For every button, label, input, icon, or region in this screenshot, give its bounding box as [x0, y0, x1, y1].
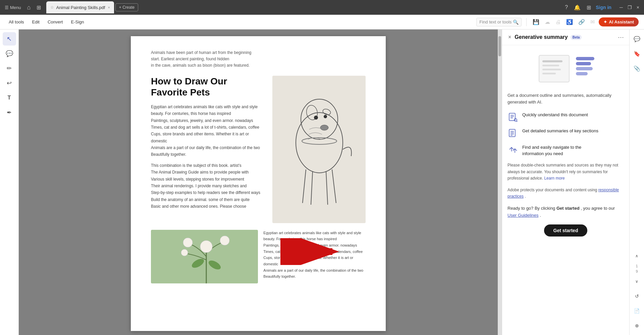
- svg-point-36: [514, 119, 517, 121]
- svg-rect-30: [576, 67, 593, 70]
- scroll-down-button[interactable]: ∨: [630, 275, 644, 288]
- bookmarks-panel-button[interactable]: 🔖: [630, 47, 644, 60]
- convert-button[interactable]: Convert: [44, 18, 66, 26]
- adobe-notice-end: .: [525, 194, 526, 199]
- ready-period: .: [540, 213, 541, 218]
- sign-in-button[interactable]: Sign in: [596, 5, 611, 10]
- pdf-page: Animals have been part of human art from…: [131, 36, 386, 331]
- adobe-notice-text: Adobe protects your documents and conten…: [507, 188, 597, 192]
- left-sidebar: ↖ 💬 ✏ ↩ T ✒: [0, 29, 19, 335]
- edit-label: Edit: [32, 19, 40, 24]
- all-tools-button[interactable]: All tools: [5, 18, 28, 26]
- svg-rect-26: [542, 69, 561, 70]
- more-icon: ⋯: [618, 34, 624, 41]
- svg-point-17: [220, 236, 229, 245]
- ai-assistant-label: AI Assistant: [609, 19, 634, 24]
- upload-button[interactable]: ☁: [543, 17, 551, 26]
- get-started-button[interactable]: Get started: [544, 224, 588, 237]
- summaries-icon: [507, 128, 518, 139]
- main-layout: ↖ 💬 ✏ ↩ T ✒ Animals have been part of hu…: [0, 29, 644, 335]
- create-button[interactable]: + Create: [115, 3, 138, 11]
- panel-description: Get a document outline and summaries, au…: [507, 92, 624, 105]
- pdf-scroll-thumb[interactable]: [498, 36, 501, 56]
- ai-illustration: [507, 52, 624, 85]
- attachments-panel-button[interactable]: 📎: [630, 62, 644, 75]
- panel-close-button[interactable]: ×: [507, 34, 512, 41]
- minimize-button[interactable]: ─: [618, 4, 625, 11]
- svg-point-16: [183, 238, 193, 247]
- accessibility-button[interactable]: ♿: [565, 17, 574, 26]
- feature-navigate: Find and easily navigate to theinformati…: [507, 144, 624, 157]
- create-label: + Create: [119, 5, 135, 10]
- select-tool-button[interactable]: ↖: [3, 32, 16, 46]
- pdf-heading: How to Draw Our Favorite Pets: [151, 76, 266, 98]
- search-area[interactable]: Find text or tools 🔍: [476, 18, 522, 26]
- export-button[interactable]: 📄: [630, 304, 644, 318]
- all-tools-label: All tools: [9, 19, 24, 24]
- toolbar-right: Find text or tools 🔍 💾 ☁ 🖨 ♿ 🔗 ✉ ✦ AI As…: [476, 17, 639, 26]
- tab-close-button[interactable]: ×: [108, 5, 110, 9]
- ready-text: Ready to go? By clicking Get started , y…: [507, 205, 624, 219]
- svg-rect-24: [542, 60, 562, 62]
- close-icon: ×: [508, 34, 511, 40]
- pdf-scroll-track[interactable]: [498, 29, 502, 335]
- zoom-in-button[interactable]: ⊕: [630, 319, 644, 332]
- panel-content[interactable]: Get a document outline and summaries, au…: [502, 45, 629, 335]
- notifications-button[interactable]: 🔔: [573, 3, 582, 12]
- print-button[interactable]: 🖨: [554, 18, 562, 26]
- pdf-tab[interactable]: ☆ Animal Painting Skills.pdf ×: [46, 1, 114, 13]
- stamp-tool-button[interactable]: ✒: [3, 106, 16, 119]
- save-button[interactable]: 💾: [531, 17, 541, 26]
- right-panel: × Generative summary Beta ⋯: [502, 29, 629, 335]
- toolbar-separator: [526, 18, 527, 26]
- pdf-body-1: Egyptian art celebrates animals like cat…: [151, 104, 266, 158]
- menu-button[interactable]: ☰ Menu: [3, 4, 23, 11]
- svg-point-6: [314, 116, 318, 120]
- svg-line-37: [517, 121, 517, 122]
- scroll-up-button[interactable]: ∧: [630, 249, 644, 263]
- svg-point-7: [324, 115, 327, 118]
- share-button[interactable]: ✉: [589, 17, 596, 26]
- tab-star-icon: ☆: [50, 5, 54, 10]
- user-guidelines-link[interactable]: User Guidelines: [507, 213, 539, 218]
- help-icon: ?: [565, 4, 568, 10]
- dashboard-button[interactable]: ⊞: [35, 3, 43, 12]
- svg-rect-27: [542, 73, 556, 74]
- disclaimer-text: Please double-check summaries and source…: [507, 162, 624, 182]
- convert-label: Convert: [48, 19, 63, 24]
- top-bar-left: ☰ Menu ⌂ ⊞ ☆ Animal Painting Skills.pdf …: [3, 1, 138, 13]
- adobe-notice: Adobe protects your documents and conten…: [507, 187, 624, 200]
- edit-button[interactable]: Edit: [29, 18, 43, 26]
- text-tool-button[interactable]: T: [3, 91, 16, 105]
- close-window-button[interactable]: ×: [635, 4, 641, 11]
- pdf-area[interactable]: Animals have been part of human art from…: [19, 29, 498, 335]
- ready-prefix: Ready to go? By clicking: [507, 206, 556, 211]
- draw-tool-button[interactable]: ↩: [3, 76, 16, 90]
- highlight-icon: ✏: [7, 65, 12, 72]
- esign-button[interactable]: E-Sign: [67, 18, 87, 26]
- svg-point-15: [200, 241, 212, 253]
- beta-badge: Beta: [571, 35, 582, 40]
- highlight-tool-button[interactable]: ✏: [3, 62, 16, 75]
- undo-button[interactable]: ↺: [630, 289, 644, 303]
- ai-assistant-button[interactable]: ✦ AI Assistant: [599, 17, 639, 26]
- help-button[interactable]: ?: [564, 3, 569, 12]
- apps-button[interactable]: ⊞: [585, 3, 592, 12]
- home-button[interactable]: ⌂: [25, 3, 33, 12]
- svg-rect-13: [151, 230, 258, 283]
- ai-doc-illustration: [532, 52, 599, 85]
- link-button[interactable]: 🔗: [577, 17, 586, 26]
- menu-label: Menu: [10, 5, 21, 10]
- tab-title: Animal Painting Skills.pdf: [56, 5, 105, 10]
- panel-more-button[interactable]: ⋯: [618, 34, 624, 41]
- learn-more-link[interactable]: Learn more: [544, 176, 565, 181]
- restore-button[interactable]: ❐: [626, 4, 634, 11]
- bell-icon: 🔔: [574, 5, 581, 10]
- ready-suffix: , you agree to our: [581, 206, 615, 211]
- feature-understand-text: Quickly understand this document: [522, 112, 588, 118]
- comment-panel-button[interactable]: 💬: [630, 32, 644, 46]
- right-icon-strip: 💬 🔖 📎 ∧ 1 9 ∨ ↺ 📄 ⊕: [629, 29, 644, 335]
- svg-rect-25: [542, 65, 559, 66]
- comment-tool-button[interactable]: 💬: [3, 47, 16, 60]
- svg-rect-29: [576, 62, 591, 65]
